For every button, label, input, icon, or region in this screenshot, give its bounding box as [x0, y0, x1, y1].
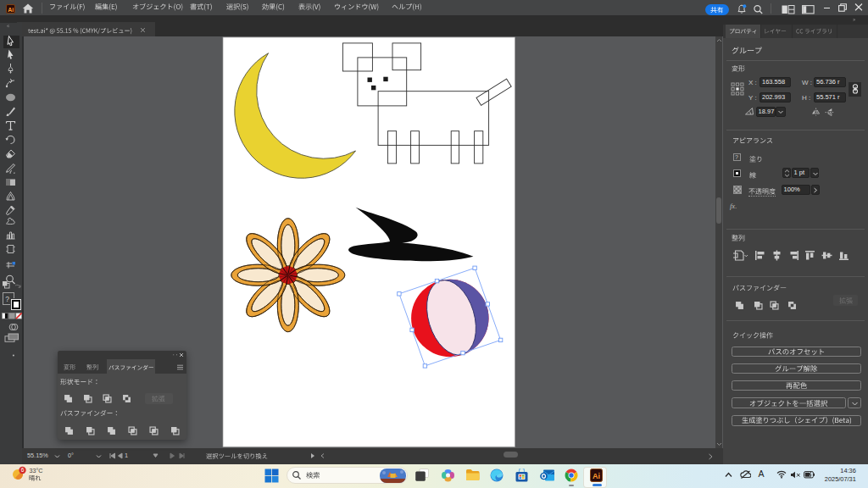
svg-text:6: 6: [21, 467, 25, 473]
svg-text:Ai: Ai: [593, 472, 600, 480]
svg-text:Ai: Ai: [8, 6, 14, 12]
